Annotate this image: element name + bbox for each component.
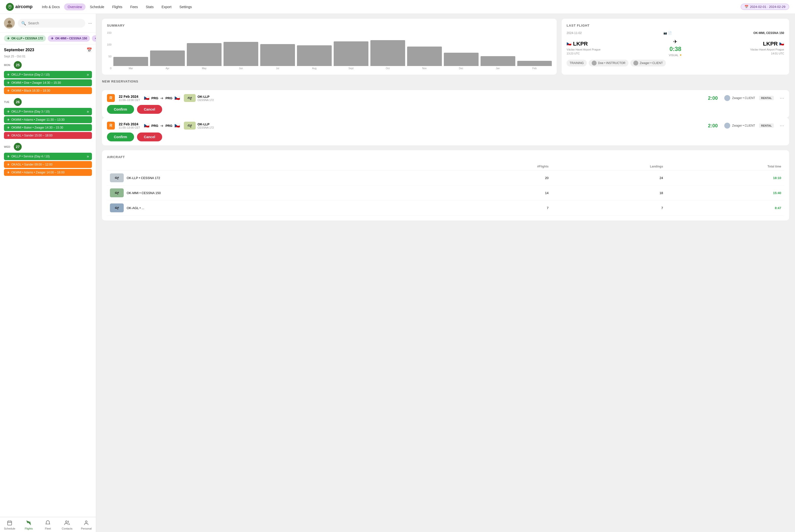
plane-tab-icon: ✈ [51,36,54,40]
event-bar-27-0[interactable]: ✈ OKLLP • Service (Day 4 / 10) » [4,153,92,160]
chart-bar-group-Mar: Mar [113,57,148,70]
chart-bar-group-Jun: Jun [223,42,258,70]
more-options-button[interactable]: ⋯ [780,95,784,101]
logo-icon [6,3,14,11]
bottom-nav-label: Personal [81,527,91,530]
res-time: 11:00–13:00 CET [119,126,140,129]
last-flight-title: LAST FLIGHT [567,24,784,27]
chart-bar-group-Sept: Sept [334,41,368,70]
total-time: 15:40 [666,186,784,201]
event-bar-27-1[interactable]: ✈ OKAGL • Sander 09:00 – 12:00 [4,161,92,168]
search-input[interactable] [28,21,82,25]
plane-thumb: 🛩 [110,204,124,212]
confirm-button[interactable]: Confirm [107,133,134,141]
flights-count: 7 [448,201,552,215]
rental-badge: RENTAL [759,124,774,128]
bottom-nav-flights[interactable]: Flights [19,517,38,532]
res-date-time: 22 Feb 2024 11:00–13:00 CET [119,95,140,101]
aircraft-tab-1[interactable]: ✈OK-MMI • CESSNA 150 [48,35,90,42]
res-plane-thumb: 🛩 [184,122,196,130]
nav-item-settings[interactable]: Settings [176,3,196,10]
nav-item-fees[interactable]: Fees [127,3,141,10]
event-bar-26-1[interactable]: ✈ OKMMI • Adams • Zwager 11:30 – 13:30 [4,116,92,123]
date-range-badge[interactable]: 📅 2024-02-01 · 2024-02-29 [741,4,789,10]
confirm-button[interactable]: Confirm [107,105,134,114]
event-bar-25-0[interactable]: ✈ OKLLP • Service (Day 2 / 10) » [4,71,92,78]
res-plane-model: CESSNA 172 [198,126,214,129]
aircraft-title: AIRCRAFT [107,155,784,159]
nav-item-stats[interactable]: Stats [143,3,157,10]
bottom-nav-label: Flights [25,527,33,530]
res-client: Zwager • CLIENT [724,95,755,101]
bottom-nav-contacts[interactable]: Contacts [57,517,77,532]
day-block-26: TUE 26 ✈ OKLLP • Service (Day 3 / 10) » … [0,97,96,140]
bottom-nav-personal[interactable]: Personal [77,517,96,532]
aircraft-tab-2[interactable]: ✈OK-AGL • CESSN [92,35,96,42]
flag-from: 🇨🇿 [144,95,149,101]
calendar-icon: 📅 [744,5,748,8]
nav-item-export[interactable]: Export [158,3,175,10]
svg-rect-3 [8,521,12,525]
logo-area[interactable]: aircomp [6,3,33,11]
nav-item-schedule[interactable]: Schedule [87,3,108,10]
nav-item-overview[interactable]: Overview [64,3,85,10]
calendar-title: September 2023 [4,48,34,52]
chart-bar-label: Nov [422,67,427,70]
res-plane-thumb: 🛩 [184,94,196,102]
chart-bar-label: Jan [496,67,500,70]
bottom-nav-schedule[interactable]: Schedule [0,517,19,532]
event-icon: ✈ [7,170,10,174]
aircraft-row: 🛩 OK-MMI • CESSNA 150 14 18 15:40 [107,186,784,201]
aircraft-tabs: ✈OK-LLP • CESSNA 172✈OK-MMI • CESSNA 150… [0,33,96,44]
col-#flights: #Flights [448,163,552,170]
landings-count: 24 [552,170,666,186]
chart-bar-label: Jul [276,67,279,70]
cancel-button[interactable]: Cancel [137,105,162,114]
chart-y-label: 150 [107,31,111,34]
bottom-nav-label: Schedule [4,527,15,530]
chart-bar-label: Dec [459,67,463,70]
chart-bar-label: Mar [129,67,133,70]
chart-bar [187,43,222,66]
chart-y-labels: 150100500 [107,31,113,70]
svg-point-7 [66,521,67,522]
calendar-nav-icon[interactable]: 📅 [87,47,92,53]
event-bar-25-1[interactable]: ✈ OKMMI • Doe • Zwager 14:30 – 15:30 [4,79,92,86]
chart-y-label: 0 [107,67,111,70]
event-bar-26-0[interactable]: ✈ OKLLP • Service (Day 3 / 10) » [4,108,92,115]
day-number: 26 [14,98,22,106]
chart-bar-group-Jul: Jul [260,44,295,70]
event-label: ✈ OKLLP • Service (Day 2 / 10) [7,73,50,77]
event-bar-26-3[interactable]: ✈ OKAGL • Sander 15:00 – 18:00 [4,132,92,139]
more-options-button[interactable]: ⋯ [780,123,784,128]
top-navigation: aircomp Info & DocsOverviewScheduleFligh… [0,0,795,14]
bottom-nav-fleet[interactable]: Fleet [38,517,58,532]
aircraft-cell: 🛩 OK-AGL • ... [107,201,448,215]
nav-item-flights[interactable]: Flights [109,3,126,10]
chart-bar-label: May [202,67,206,70]
summary-section: SUMMARY 150100500 Mar Apr May Jun Jul Au… [102,19,557,75]
cancel-button[interactable]: Cancel [137,133,162,141]
more-button[interactable]: ··· [88,21,92,26]
personal-icon [84,520,89,526]
day-events-26: ✈ OKLLP • Service (Day 3 / 10) » ✈ OKMMI… [0,107,96,140]
event-label: ✈ OKMMI • Doe • Zwager 14:30 – 15:30 [7,81,61,85]
day-events-25: ✈ OKLLP • Service (Day 2 / 10) » ✈ OKMMI… [0,70,96,95]
event-label: ✈ OKAGL • Sander 15:00 – 18:00 [7,133,53,137]
chart-container: 150100500 Mar Apr May Jun Jul Aug Sept O… [107,31,552,70]
star-icon: ★ [680,54,682,57]
aircraft-tab-0[interactable]: ✈OK-LLP • CESSNA 172 [4,35,46,42]
event-label: ✈ OKMMI • Adams • Zwager 11:30 – 13:30 [7,118,64,122]
chevron-icon: » [87,109,89,114]
contacts-icon [64,520,70,526]
event-bar-27-2[interactable]: ✈ OKMMI • Adams • Zwager 14:00 – 16:00 [4,169,92,176]
event-bar-25-2[interactable]: ✈ OKMMI • Black 16:30 – 18:30 [4,87,92,94]
day-header-25: MON 25 [0,60,96,70]
chart-bar-label: Aug [312,67,317,70]
event-bar-26-2[interactable]: ✈ OKMMI • Baker • Zwager 14:30 – 15:30 [4,124,92,131]
search-bar[interactable]: 🔍 [18,19,85,27]
event-icon: ✈ [7,118,10,122]
nav-item-info--docs[interactable]: Info & Docs [38,3,63,10]
lf-plane-icon: ✈ [673,39,678,44]
res-duration: 2:00 [705,123,720,129]
